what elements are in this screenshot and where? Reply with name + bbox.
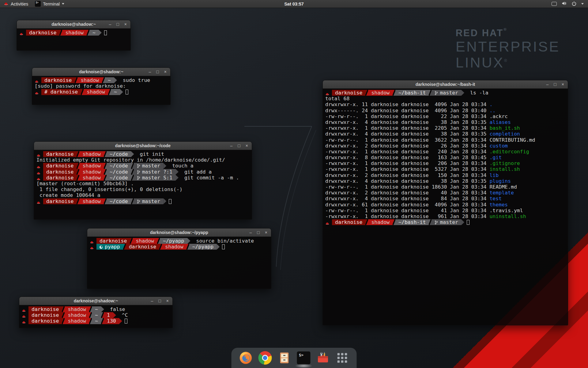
- window-titlebar[interactable]: darknoise@shadow:~ –□×: [17, 20, 130, 29]
- window-title: darknoise@shadow:~: [51, 22, 96, 27]
- redhat-prompt-icon: [22, 306, 28, 312]
- maximize-button[interactable]: □: [156, 70, 159, 74]
- close-button[interactable]: ×: [166, 299, 169, 303]
- file-name: .travis.yml: [489, 208, 523, 213]
- redhat-prompt-icon: [35, 89, 41, 95]
- prompt-segment-host: shadow: [65, 306, 89, 312]
- window-titlebar[interactable]: darknoise@shadow:~/pyapp –□×: [87, 228, 271, 237]
- segment-separator-icon: [159, 244, 162, 250]
- prompt-line: # darknoiseshadow~: [35, 89, 170, 95]
- focused-app-name: Terminal: [43, 2, 60, 6]
- terminal-content[interactable]: darknoiseshadow~ sudo true[sudo] passwor…: [32, 76, 170, 105]
- prompt-line: darknoiseshadow~/code git init: [36, 151, 252, 157]
- prompt-segment-exit: 1: [104, 312, 113, 318]
- dock-terminal-icon[interactable]: $>: [297, 351, 311, 365]
- prompt-segment-path: ~/code: [107, 198, 131, 204]
- prompt-segment-git: master: [134, 163, 164, 169]
- command-text: git commit -a -m .: [179, 175, 239, 181]
- file-name: .gitignore: [489, 160, 520, 166]
- redhat-prompt-icon: [36, 163, 43, 169]
- terminal-window-pyapp[interactable]: darknoise@shadow:~/pyapp –□× darknoisesh…: [87, 228, 271, 289]
- maximize-button[interactable]: □: [116, 22, 119, 26]
- virtualenv-icon: [100, 246, 103, 249]
- maximize-button[interactable]: □: [257, 230, 259, 235]
- minimize-button[interactable]: –: [546, 82, 549, 86]
- file-name: .: [489, 102, 492, 107]
- maximize-button[interactable]: □: [554, 82, 556, 86]
- prompt-segment-user: darknoise: [43, 163, 77, 169]
- terminal-content[interactable]: darknoiseshadow~/pyapp source bin/activa…: [87, 237, 271, 289]
- prompt-segment-user: darknoise: [332, 219, 365, 225]
- top-bar: Activities $> Terminal Sat 03:57: [0, 0, 588, 8]
- ls-row: drwxrwxr-x. 2 darknoise darknoise 150 Ja…: [325, 172, 568, 178]
- terminal-cursor: [222, 244, 225, 249]
- activities-button[interactable]: Activities: [0, 0, 32, 8]
- segment-separator-icon: [59, 30, 62, 36]
- ls-row: -rw-rw-r--. 1 darknoise darknoise 3622 J…: [325, 137, 568, 143]
- redhat-prompt-icon: [325, 219, 332, 225]
- segment-separator-icon: [104, 169, 107, 175]
- prompt-segment-host: shadow: [84, 89, 108, 95]
- system-status-area[interactable]: [552, 0, 588, 8]
- segment-separator-icon: [87, 30, 89, 36]
- minimize-button[interactable]: –: [151, 299, 153, 303]
- output-line: total 68: [325, 96, 568, 102]
- prompt-segment-user: darknoise: [43, 198, 77, 204]
- ls-row: drwxrwxr-x. 4 darknoise darknoise 84 Jan…: [325, 196, 568, 201]
- terminal-window-sudo[interactable]: darknoise@shadow:~ –□× darknoiseshadow~ …: [32, 67, 171, 105]
- dock-firefox-icon[interactable]: [239, 351, 253, 365]
- ls-row: -rwxrwxr-x. 1 darknoise darknoise 206 Ja…: [325, 160, 568, 166]
- maximize-button[interactable]: □: [158, 299, 161, 303]
- dock-files-icon[interactable]: [277, 351, 292, 365]
- prompt-segment-git: master S:1: [134, 175, 175, 181]
- close-button[interactable]: ×: [124, 22, 127, 26]
- segment-separator-icon: [77, 169, 79, 175]
- segment-separator-icon: [429, 90, 432, 96]
- window-titlebar[interactable]: darknoise@shadow:~/bash-it –□×: [323, 80, 568, 89]
- segment-arrow-icon: [217, 244, 220, 250]
- dock-chrome-icon[interactable]: [258, 351, 272, 365]
- ls-row: drwxrwxr-x. 2 darknoise darknoise 26 Jan…: [325, 143, 568, 149]
- segment-separator-icon: [81, 89, 84, 95]
- close-button[interactable]: ×: [265, 230, 267, 235]
- redhat-prompt-icon: [325, 90, 332, 96]
- focused-app-menu[interactable]: $> Terminal: [32, 0, 67, 8]
- minimize-button[interactable]: –: [109, 22, 111, 26]
- terminal-content[interactable]: darknoiseshadow~/code git initInitialize…: [34, 150, 252, 219]
- terminal-window-home-2[interactable]: darknoise@shadow:~ –□× darknoiseshadow~ …: [19, 297, 173, 328]
- window-titlebar[interactable]: darknoise@shadow:~/code –□×: [34, 142, 252, 150]
- terminal-content[interactable]: darknoiseshadow~: [17, 29, 130, 50]
- segment-separator-icon: [102, 77, 105, 83]
- terminal-content[interactable]: darknoiseshadow~ falsedarknoiseshadow~1 …: [19, 305, 172, 328]
- minimize-button[interactable]: –: [149, 70, 151, 74]
- clock[interactable]: Sat 03:57: [0, 2, 588, 6]
- terminal-window-code[interactable]: darknoise@shadow:~/code –□× darknoisesha…: [34, 141, 252, 220]
- close-button[interactable]: ×: [562, 82, 564, 86]
- terminal-window-bash-it[interactable]: darknoise@shadow:~/bash-it –□× darknoise…: [322, 80, 568, 325]
- maximize-button[interactable]: □: [238, 144, 240, 148]
- prompt-line: pyappdarknoiseshadow~/pyapp: [90, 244, 271, 250]
- terminal-window-home-1[interactable]: darknoise@shadow:~ –□× darknoiseshadow~: [17, 20, 131, 51]
- segment-separator-icon: [77, 163, 79, 169]
- segment-separator-icon: [62, 318, 65, 324]
- minimize-button[interactable]: –: [230, 144, 233, 148]
- command-text: ls -la: [464, 90, 488, 96]
- segment-separator-icon: [157, 238, 160, 244]
- window-title: darknoise@shadow:~: [79, 69, 123, 74]
- window-titlebar[interactable]: darknoise@shadow:~ –□×: [19, 297, 172, 305]
- prompt-segment-path: ~: [89, 30, 99, 36]
- close-button[interactable]: ×: [164, 70, 167, 74]
- file-name: ..: [489, 108, 496, 113]
- terminal-content[interactable]: darknoiseshadow~/bash-itmaster ls -latot…: [323, 89, 568, 325]
- segment-arrow-icon: [120, 89, 123, 95]
- prompt-segment-path: ~/code: [107, 175, 131, 181]
- output-line: [master (root-commit) 50bcb63] .: [36, 181, 252, 186]
- redhat-prompt-icon: [36, 169, 43, 175]
- dock-toolbox-icon[interactable]: [316, 351, 330, 365]
- close-button[interactable]: ×: [246, 144, 248, 148]
- prompt-segment-git: master: [432, 90, 461, 96]
- dock-app-grid-icon[interactable]: [335, 351, 349, 365]
- redhat-prompt-icon: [35, 77, 41, 83]
- window-titlebar[interactable]: darknoise@shadow:~ –□×: [32, 68, 170, 76]
- minimize-button[interactable]: –: [250, 230, 252, 235]
